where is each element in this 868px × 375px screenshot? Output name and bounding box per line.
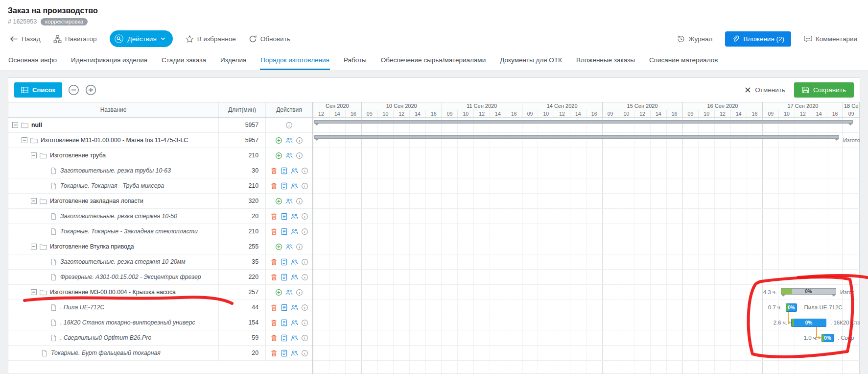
people-icon[interactable] xyxy=(285,289,293,296)
info-icon[interactable] xyxy=(301,228,308,235)
tab-item[interactable]: Документы для ОТК xyxy=(499,52,563,70)
gantt-task-bar[interactable]: 0% xyxy=(786,303,797,312)
add-icon[interactable] xyxy=(275,198,282,205)
tab-item[interactable]: Основная инфо xyxy=(8,52,57,70)
attachments-button[interactable]: Вложения (2) xyxy=(725,31,791,47)
people-icon[interactable] xyxy=(291,350,298,357)
table-row[interactable]: . Сверлильный Optimum B26.Pro59 xyxy=(8,330,312,346)
cancel-button[interactable]: Отменить xyxy=(745,86,785,94)
info-icon[interactable] xyxy=(301,319,308,326)
info-icon[interactable] xyxy=(296,198,303,205)
info-icon[interactable] xyxy=(285,122,293,129)
tab-item[interactable]: Работы xyxy=(343,52,367,70)
route-sheet-icon[interactable] xyxy=(281,350,288,357)
save-button[interactable]: Сохранить xyxy=(794,82,854,98)
people-icon[interactable] xyxy=(291,228,298,235)
collapse-toggle-icon[interactable] xyxy=(12,122,18,128)
tab-item[interactable]: Идентификация изделия xyxy=(70,52,148,70)
people-icon[interactable] xyxy=(285,198,293,205)
gantt-task-bar[interactable]: 0% xyxy=(821,334,834,342)
collapse-all-button[interactable] xyxy=(68,84,79,96)
table-row[interactable]: Заготовительные. резка стержня 10-5020 xyxy=(8,209,312,224)
info-icon[interactable] xyxy=(301,350,308,357)
refresh-button[interactable]: Обновить xyxy=(249,35,290,43)
info-icon[interactable] xyxy=(301,213,308,220)
collapse-toggle-icon[interactable] xyxy=(22,137,27,143)
table-row[interactable]: Изготовление Втулка привода255 xyxy=(8,239,312,254)
trash-icon[interactable] xyxy=(270,319,278,326)
table-row[interactable]: null5957 xyxy=(8,118,312,133)
collapse-toggle-icon[interactable] xyxy=(31,198,37,204)
trash-icon[interactable] xyxy=(270,167,278,175)
trash-icon[interactable] xyxy=(270,350,278,357)
back-button[interactable]: Назад xyxy=(10,35,41,43)
trash-icon[interactable] xyxy=(270,304,278,311)
add-icon[interactable] xyxy=(275,289,282,296)
gantt-task-bar[interactable]: 0% xyxy=(791,319,826,327)
collapse-toggle-icon[interactable] xyxy=(31,244,37,250)
gantt-summary-bar[interactable] xyxy=(314,135,839,139)
table-row[interactable]: Изготовление труба210 xyxy=(8,148,312,163)
people-icon[interactable] xyxy=(291,334,298,342)
collapse-toggle-icon[interactable] xyxy=(31,152,37,158)
table-row[interactable]: Изготовление закладная лопасти320 xyxy=(8,194,312,209)
info-icon[interactable] xyxy=(296,152,303,159)
info-icon[interactable] xyxy=(296,289,303,296)
collapse-toggle-icon[interactable] xyxy=(31,289,37,295)
route-sheet-icon[interactable] xyxy=(281,274,288,281)
add-icon[interactable] xyxy=(275,137,282,144)
route-sheet-icon[interactable] xyxy=(281,182,288,190)
info-icon[interactable] xyxy=(301,182,308,190)
table-row[interactable]: Изготовление М11-01.00.000 - Магна Ins 1… xyxy=(8,133,312,148)
people-icon[interactable] xyxy=(291,304,298,311)
table-row[interactable]: Заготовительные. резка трубы 10-6330 xyxy=(8,163,312,178)
table-row[interactable]: Токарные. Бурт фальцевый токарная20 xyxy=(8,346,312,361)
tab-item[interactable]: Порядок изготовления xyxy=(260,52,330,70)
people-icon[interactable] xyxy=(285,152,293,159)
navigator-button[interactable]: Навигатор xyxy=(53,35,97,43)
route-sheet-icon[interactable] xyxy=(281,213,288,220)
info-icon[interactable] xyxy=(301,334,308,342)
route-sheet-icon[interactable] xyxy=(281,167,288,175)
info-icon[interactable] xyxy=(296,137,303,144)
tab-item[interactable]: Стадии заказа xyxy=(161,52,207,70)
route-sheet-icon[interactable] xyxy=(281,228,288,235)
expand-all-button[interactable] xyxy=(85,84,96,96)
trash-icon[interactable] xyxy=(270,334,278,342)
route-sheet-icon[interactable] xyxy=(281,319,288,326)
route-sheet-icon[interactable] xyxy=(281,304,288,311)
info-icon[interactable] xyxy=(301,258,308,266)
tab-item[interactable]: Вложенные заказы xyxy=(576,52,635,70)
tab-item[interactable]: Обеспечение сырья/материалами xyxy=(380,52,486,70)
route-sheet-icon[interactable] xyxy=(281,334,288,342)
column-header-duration[interactable]: Длит(мин) xyxy=(218,102,265,117)
info-icon[interactable] xyxy=(296,243,303,250)
trash-icon[interactable] xyxy=(270,258,278,266)
info-icon[interactable] xyxy=(301,167,308,175)
table-row[interactable]: . 16К20 Станок токарно-винторезный униве… xyxy=(8,315,312,330)
people-icon[interactable] xyxy=(291,319,298,326)
table-row[interactable]: Токарные. Токарная - Труба миксера210 xyxy=(8,178,312,194)
list-view-button[interactable]: Список xyxy=(14,82,62,98)
add-icon[interactable] xyxy=(275,243,282,250)
table-row[interactable]: Фрезерные. А301-00.15.002 - Эксцентрик ф… xyxy=(8,270,312,285)
comments-button[interactable]: Комментарии xyxy=(804,35,857,43)
add-icon[interactable] xyxy=(275,152,282,159)
people-icon[interactable] xyxy=(291,182,298,190)
people-icon[interactable] xyxy=(285,137,293,144)
tab-item[interactable]: Изделия xyxy=(220,52,247,70)
table-row[interactable]: Изготовление М3-00.00.004 - Крышка насос… xyxy=(8,285,312,300)
info-icon[interactable] xyxy=(301,304,308,311)
people-icon[interactable] xyxy=(291,213,298,220)
table-row[interactable]: Заготовительные. резка стержня 10-20мм35 xyxy=(8,254,312,270)
people-icon[interactable] xyxy=(291,258,298,266)
tab-item[interactable]: Списание материалов xyxy=(649,52,718,70)
gantt-summary-bar[interactable] xyxy=(314,120,853,124)
journal-button[interactable]: Журнал xyxy=(677,35,712,43)
trash-icon[interactable] xyxy=(270,213,278,220)
gantt-summary-bar[interactable]: 0% xyxy=(781,288,836,295)
people-icon[interactable] xyxy=(291,274,298,281)
trash-icon[interactable] xyxy=(270,182,278,190)
people-icon[interactable] xyxy=(285,243,293,250)
trash-icon[interactable] xyxy=(270,228,278,235)
